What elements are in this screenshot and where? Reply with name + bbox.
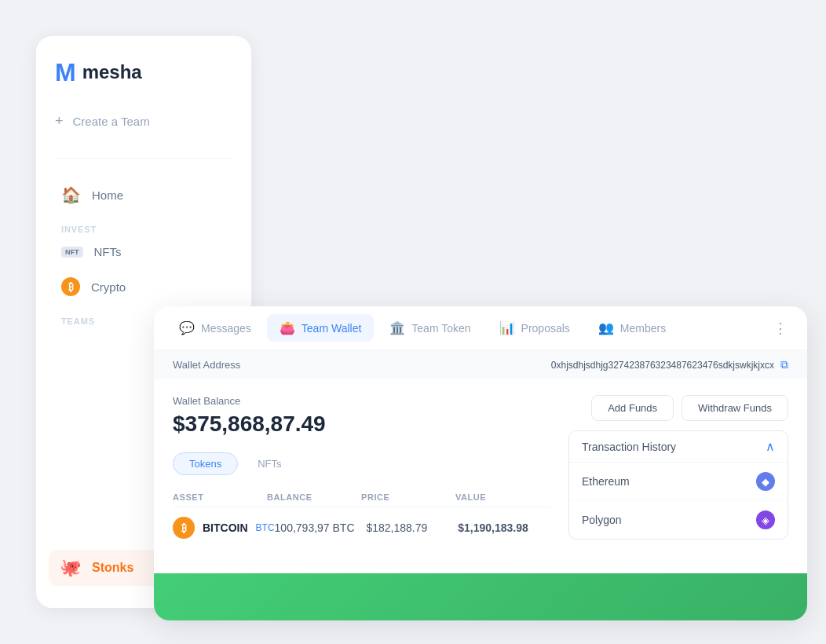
invest-section-label: INVEST [55, 218, 232, 237]
share-button[interactable]: ⋮ [766, 314, 795, 342]
wallet-address-value: 0xhjsdhjsdhjg327423876323487623476sdkjsw… [551, 358, 788, 371]
asset-table-header: ASSET BALANCE PRICE VALUE [173, 488, 550, 507]
stonks-icon: 🐙 [60, 558, 81, 578]
asset-value: $1,190,183.98 [458, 521, 550, 534]
withdraw-funds-button[interactable]: Withdraw Funds [682, 395, 788, 421]
transaction-history-header[interactable]: Transaction History ∧ [569, 431, 788, 462]
tab-team-wallet-label: Team Wallet [302, 322, 362, 335]
stonks-label: Stonks [92, 561, 133, 575]
transaction-history-items: Ethereum ◆ Polygon ◈ [569, 462, 788, 539]
table-row: ₿ BITCOIN BTC 100,793,97 BTC $182,188.79… [173, 507, 550, 548]
logo-icon: M [55, 60, 76, 85]
wallet-address-label: Wallet Address [173, 359, 240, 371]
wallet-balance-amount: $375,868,87.49 [173, 412, 550, 437]
logo-area: M mesha [55, 60, 232, 85]
sidebar-item-crypto-label: Crypto [91, 280, 126, 294]
wallet-content: Wallet Balance $375,868,87.49 Tokens NFT… [154, 379, 807, 564]
asset-name-cell: ₿ BITCOIN BTC [173, 517, 275, 539]
asset-table: ASSET BALANCE PRICE VALUE ₿ BITCOIN BTC … [173, 488, 550, 548]
wallet-address-bar: Wallet Address 0xhjsdhjsdhjg327423876323… [154, 350, 807, 379]
sidebar-item-home[interactable]: 🏠 Home [55, 177, 232, 212]
create-team-label: Create a Team [73, 115, 150, 128]
col-header-balance: BALANCE [267, 492, 361, 502]
chain-item-ethereum[interactable]: Ethereum ◆ [569, 463, 788, 501]
asset-price: $182,188.79 [366, 521, 458, 534]
polygon-label: Polygon [582, 514, 622, 526]
wallet-balance-label: Wallet Balance [173, 395, 550, 407]
bottom-gradient [154, 573, 807, 620]
nft-badge: NFT [61, 247, 83, 258]
wallet-left: Wallet Balance $375,868,87.49 Tokens NFT… [173, 395, 550, 548]
col-header-value: VALUE [455, 492, 550, 502]
bitcoin-icon: ₿ [61, 277, 80, 296]
chain-item-polygon[interactable]: Polygon ◈ [569, 501, 788, 539]
transaction-history-label: Transaction History [582, 441, 676, 453]
wallet-actions: Add Funds Withdraw Funds [591, 395, 788, 421]
proposals-icon: 📊 [499, 320, 515, 335]
home-icon: 🏠 [61, 185, 81, 204]
sidebar-item-nfts-label: NFTs [94, 245, 122, 258]
tab-team-wallet[interactable]: 👛 Team Wallet [267, 314, 375, 342]
col-header-asset: ASSET [173, 492, 267, 502]
asset-name: BITCOIN [203, 521, 248, 534]
tab-bar: 💬 Messages 👛 Team Wallet 🏛️ Team Token 📊… [154, 306, 807, 350]
sidebar-item-nfts[interactable]: NFT NFTs [55, 237, 232, 266]
asset-tab-tokens[interactable]: Tokens [173, 452, 238, 475]
logo-text: mesha [82, 61, 142, 83]
members-icon: 👥 [598, 320, 614, 335]
tab-team-token-label: Team Token [411, 322, 470, 335]
btc-icon: ₿ [173, 517, 195, 539]
chevron-up-icon: ∧ [766, 439, 775, 454]
tab-messages-label: Messages [201, 322, 251, 335]
wallet-address-text: 0xhjsdhjsdhjg327423876323487623476sdkjsw… [551, 360, 774, 371]
copy-icon[interactable]: ⧉ [780, 358, 788, 371]
tab-proposals[interactable]: 📊 Proposals [487, 314, 583, 342]
divider [55, 158, 232, 159]
tab-messages[interactable]: 💬 Messages [166, 314, 264, 342]
asset-tab-nfts[interactable]: NFTs [241, 452, 298, 475]
plus-icon: + [55, 113, 64, 130]
team-wallet-icon: 👛 [280, 320, 295, 335]
polygon-icon: ◈ [756, 510, 775, 529]
create-team-button[interactable]: + Create a Team [55, 110, 232, 133]
main-card: 💬 Messages 👛 Team Wallet 🏛️ Team Token 📊… [154, 306, 807, 620]
messages-icon: 💬 [179, 320, 195, 335]
tab-members-label: Members [620, 322, 666, 335]
asset-ticker: BTC [256, 522, 275, 533]
tab-team-token[interactable]: 🏛️ Team Token [377, 314, 483, 342]
add-funds-button[interactable]: Add Funds [591, 395, 674, 421]
team-token-icon: 🏛️ [389, 320, 405, 335]
col-header-price: PRICE [361, 492, 455, 502]
tab-members[interactable]: 👥 Members [586, 314, 678, 342]
wallet-right: Add Funds Withdraw Funds Transaction His… [568, 395, 788, 548]
asset-tabs: Tokens NFTs [173, 452, 550, 475]
tab-proposals-label: Proposals [521, 322, 570, 335]
sidebar-item-home-label: Home [92, 188, 123, 202]
sidebar-item-crypto[interactable]: ₿ Crypto [55, 269, 232, 304]
asset-balance: 100,793,97 BTC [275, 521, 367, 534]
ethereum-label: Ethereum [582, 475, 630, 488]
ethereum-icon: ◆ [756, 472, 775, 491]
transaction-history-dropdown: Transaction History ∧ Ethereum ◆ Polygon… [568, 430, 788, 540]
